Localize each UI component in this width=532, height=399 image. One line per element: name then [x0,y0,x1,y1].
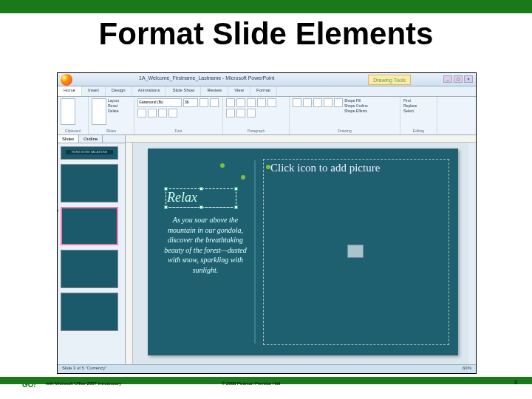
tab-format[interactable]: Format [250,86,277,96]
italic-button[interactable] [210,98,219,107]
thumb-1-title: HONG KONG VACATIONS [66,150,113,154]
side-tab-outline[interactable]: Outline [79,135,103,143]
columns-button[interactable] [236,109,245,117]
ribbon-label-editing: Editing [403,129,434,133]
ribbon-label-paragraph: Paragraph [226,129,286,133]
ribbon-group-editing: Find Replace Select Editing [400,97,437,134]
slide-body-text[interactable]: As you soar above the mountain in our go… [163,215,248,275]
picture-placeholder-label: Click icon to add picture [270,162,380,174]
delete-button[interactable]: Delete [108,109,119,113]
tab-review[interactable]: Review [201,86,228,96]
resize-handle-icon[interactable] [164,187,168,191]
resize-handle-icon[interactable] [164,205,168,209]
office-button-icon[interactable] [61,74,72,86]
page-title: Format Slide Elements [0,16,532,52]
numbering-button[interactable] [236,98,245,107]
thumbnail-2[interactable]: 2 [61,164,118,202]
indent-button[interactable] [247,98,256,107]
go-logo: GO! [22,381,36,389]
shape-outline-button[interactable]: Shape Outline [344,103,368,108]
maximize-button[interactable]: □ [454,75,463,83]
tab-slideshow[interactable]: Slide Show [166,86,201,96]
window-controls: _ □ × [443,75,473,83]
slides-panel: Slides Outline 1 HONG KONG VACATIONS 2 3… [58,135,126,364]
close-button[interactable]: × [464,75,473,83]
replace-button[interactable]: Replace [403,103,434,108]
quick-styles-button[interactable] [334,98,343,107]
shape-fill-button[interactable]: Shape Fill [344,98,368,103]
ribbon: Clipboard Layout Reset Delete Slides Gar… [58,97,476,135]
resize-handle-icon[interactable] [234,205,238,209]
slide-canvas[interactable]: Relax As you soar above the mountain in … [126,135,476,364]
header-green-bar [0,0,532,13]
footer-center: © 2008 Pearson Prentice Hall [222,381,280,386]
resize-handle-icon[interactable] [234,187,238,191]
footer-page-number: 3 [514,379,517,386]
ribbon-group-clipboard: Clipboard [58,97,89,134]
text-direction-button[interactable] [247,109,256,117]
ribbon-label-slides: Slides [92,129,131,133]
resize-handle-icon[interactable] [200,205,203,209]
align-left-button[interactable] [257,98,266,107]
font-color-button[interactable] [168,109,177,117]
paste-button[interactable] [61,98,75,125]
bullet-icon [220,163,225,168]
layout-button[interactable]: Layout [108,98,119,103]
powerpoint-screenshot: 1A_Welcome_Firstname_Lastname - Microsof… [57,72,477,374]
thumbnail-1[interactable]: 1 HONG KONG VACATIONS [61,146,118,160]
shape-rect-icon[interactable] [293,98,301,107]
ribbon-group-drawing: Shape Fill Shape Outline Shape Effects D… [290,97,400,134]
tab-view[interactable]: View [228,86,250,96]
shape-effects-button[interactable]: Shape Effects [344,109,368,113]
tab-design[interactable]: Design [106,86,132,96]
align-right-button[interactable] [226,109,235,117]
ribbon-group-font: Garamond (Bo 36 Font [134,97,223,134]
ribbon-label-clipboard: Clipboard [61,129,85,133]
shape-line-icon[interactable] [313,98,322,107]
ribbon-tabs: Home Insert Design Animations Slide Show… [58,86,476,97]
window-titlebar: 1A_Welcome_Firstname_Lastname - Microsof… [58,73,476,86]
horizontal-ruler [126,135,476,143]
status-bar: Slide 3 of 5 "Currency" 60% [58,364,476,373]
vertical-ruler [126,143,133,364]
window-title: 1A_Welcome_Firstname_Lastname - Microsof… [139,75,275,81]
shape-oval-icon[interactable] [303,98,312,107]
minimize-button[interactable]: _ [443,75,452,83]
tab-insert[interactable]: Insert [82,86,106,96]
thumb-number: 3 [58,208,58,213]
slide[interactable]: Relax As you soar above the mountain in … [148,149,458,355]
align-center-button[interactable] [267,98,276,107]
font-name-select[interactable]: Garamond (Bo [137,98,182,107]
new-slide-button[interactable] [92,98,106,125]
bullet-icon [241,175,245,180]
thumbnail-5[interactable]: 5 [61,293,118,331]
ribbon-label-drawing: Drawing [293,129,397,133]
side-tabs: Slides Outline [58,135,125,143]
find-button[interactable]: Find [403,98,434,103]
font-size-select[interactable]: 36 [183,98,198,107]
insert-picture-icon[interactable] [347,245,364,258]
bold-button[interactable] [200,98,208,107]
status-left: Slide 3 of 5 "Currency" [62,366,106,372]
ribbon-group-slides: Layout Reset Delete Slides [89,97,134,134]
arrange-button[interactable] [324,98,332,107]
footer-left: with Microsoft Office 2007 Introductory [46,381,121,386]
status-zoom[interactable]: 60% [463,366,471,372]
resize-handle-icon[interactable] [200,187,203,191]
selection-box[interactable] [166,188,236,208]
tab-animations[interactable]: Animations [132,86,167,96]
vertical-scrollbar[interactable] [468,143,476,364]
contextual-tab-group[interactable]: Drawing Tools [368,75,411,85]
strike-button[interactable] [158,109,167,117]
reset-button[interactable]: Reset [108,103,119,108]
underline-button[interactable] [137,109,146,117]
ribbon-label-font: Font [137,129,219,133]
select-button[interactable]: Select [403,109,434,113]
side-tab-slides[interactable]: Slides [58,135,79,143]
bullets-button[interactable] [226,98,235,107]
thumbnail-3[interactable]: 3 [61,207,118,245]
thumbnail-4[interactable]: 4 [61,250,118,288]
slide-divider [254,160,256,344]
tab-home[interactable]: Home [58,86,82,96]
shadow-button[interactable] [148,109,157,117]
